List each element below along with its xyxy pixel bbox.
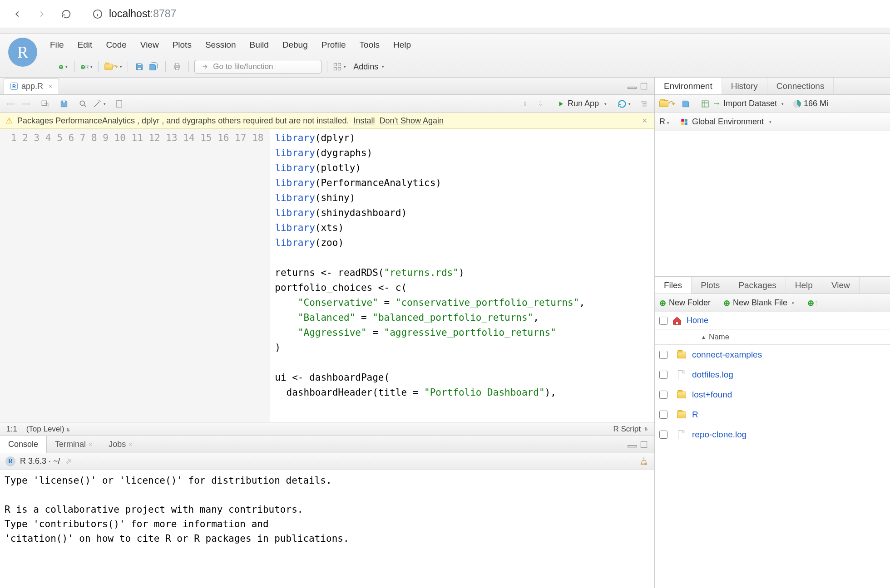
svg-rect-31: [676, 321, 678, 324]
file-checkbox[interactable]: [659, 431, 668, 439]
back-nav-icon[interactable]: ⟸: [5, 98, 16, 110]
address-bar[interactable]: localhost:8787: [84, 5, 879, 23]
find-icon[interactable]: [77, 98, 89, 110]
forward-nav-icon[interactable]: ⟹: [20, 98, 32, 110]
files-tab-plots[interactable]: Plots: [692, 277, 729, 294]
forward-button[interactable]: [35, 8, 48, 20]
menu-plots[interactable]: Plots: [173, 40, 192, 50]
svg-rect-6: [176, 64, 179, 65]
home-icon[interactable]: [672, 316, 682, 326]
menu-tools[interactable]: Tools: [360, 40, 380, 50]
goto-file-input[interactable]: Go to file/function: [194, 60, 321, 74]
dismiss-warning-icon[interactable]: ×: [642, 116, 649, 126]
menu-debug[interactable]: Debug: [282, 40, 308, 50]
close-icon[interactable]: ×: [129, 441, 132, 448]
reload-app-icon[interactable]: ▾: [618, 98, 631, 110]
file-row: repo-clone.log: [655, 425, 890, 445]
close-icon[interactable]: ×: [49, 83, 52, 90]
console-output[interactable]: Type 'license()' or 'licence()' for dist…: [0, 470, 654, 588]
r-logo-small-icon: R: [5, 456, 15, 466]
menu-build[interactable]: Build: [250, 40, 269, 50]
run-app-button[interactable]: Run App ▾: [554, 98, 610, 109]
back-button[interactable]: [11, 8, 24, 20]
scope-label[interactable]: (Top Level)⇅: [26, 425, 70, 434]
file-checkbox[interactable]: [659, 411, 668, 419]
env-scope-selector[interactable]: Global Environment▾: [680, 117, 771, 127]
files-tab-files[interactable]: Files: [655, 277, 692, 294]
console-tab-jobs[interactable]: Jobs×: [100, 436, 140, 453]
path-home[interactable]: Home: [687, 316, 708, 325]
file-name[interactable]: R: [692, 410, 698, 420]
maximize-pane-icon[interactable]: [640, 441, 648, 448]
up-arrow-icon[interactable]: ⇧: [519, 98, 531, 110]
dont-show-link[interactable]: Don't Show Again: [379, 116, 444, 126]
outline-icon[interactable]: [638, 98, 650, 110]
save-button[interactable]: [134, 61, 145, 73]
print-button[interactable]: [171, 61, 183, 73]
memory-usage[interactable]: 166 Mi: [793, 99, 828, 108]
language-selector[interactable]: R▾: [659, 117, 669, 127]
console-tab-console[interactable]: Console: [0, 436, 47, 453]
console-pane: ConsoleTerminal×Jobs× R R 3.6.3 · ~/ ⇗ T…: [0, 436, 654, 588]
env-tab-environment[interactable]: Environment: [655, 78, 722, 94]
file-checkbox[interactable]: [659, 351, 668, 359]
save-all-button[interactable]: [148, 61, 160, 73]
file-name[interactable]: lost+found: [692, 390, 732, 400]
minimize-pane-icon[interactable]: [627, 441, 637, 448]
env-tab-history[interactable]: History: [722, 78, 767, 94]
code-editor[interactable]: 1 2 3 4 5 6 7 8 9 10 11 12 13 14 15 16 1…: [0, 129, 654, 422]
svg-rect-13: [641, 83, 647, 89]
maximize-pane-icon[interactable]: [640, 83, 648, 90]
clear-console-icon[interactable]: [639, 456, 649, 466]
file-name[interactable]: dotfiles.log: [692, 370, 733, 380]
new-blank-file-button[interactable]: ⊕New Blank File▾: [723, 298, 794, 308]
menu-profile[interactable]: Profile: [321, 40, 346, 50]
svg-rect-27: [681, 119, 684, 122]
new-file-button[interactable]: ⊕▾: [57, 61, 69, 73]
packages-warning-bar: ⚠ Packages PerformanceAnalytics , dplyr …: [0, 113, 654, 129]
grid-button[interactable]: ▾: [333, 61, 346, 73]
save-source-button[interactable]: [58, 98, 70, 110]
menu-help[interactable]: Help: [393, 40, 411, 50]
console-tab-terminal[interactable]: Terminal×: [47, 436, 100, 453]
reload-button[interactable]: [60, 8, 73, 20]
browser-toolbar: localhost:8787: [0, 0, 890, 28]
env-tab-connections[interactable]: Connections: [767, 78, 834, 94]
file-checkbox[interactable]: [659, 371, 668, 379]
menu-view[interactable]: View: [140, 40, 159, 50]
select-all-checkbox[interactable]: [659, 317, 668, 325]
close-icon[interactable]: ×: [89, 441, 92, 448]
minimize-pane-icon[interactable]: [627, 83, 637, 90]
show-in-new-icon[interactable]: [39, 98, 51, 110]
site-info-icon[interactable]: [93, 9, 103, 19]
install-link[interactable]: Install: [353, 116, 375, 126]
load-workspace-icon[interactable]: ↷: [659, 98, 675, 110]
menu-file[interactable]: File: [50, 40, 64, 50]
upload-button[interactable]: ⊕↑: [807, 297, 819, 309]
save-workspace-icon[interactable]: [680, 98, 692, 110]
files-tab-packages[interactable]: Packages: [729, 277, 786, 294]
menu-edit[interactable]: Edit: [78, 40, 93, 50]
file-checkbox[interactable]: [659, 391, 668, 399]
file-name[interactable]: repo-clone.log: [692, 430, 747, 440]
chrome-separator: [0, 28, 890, 34]
new-folder-button[interactable]: ⊕New Folder: [659, 298, 711, 308]
source-statusbar: 1:1 (Top Level)⇅ R Script⇅: [0, 422, 654, 436]
files-tab-view[interactable]: View: [822, 277, 860, 294]
file-name[interactable]: connect-examples: [692, 350, 762, 360]
source-tab-app[interactable]: R app.R ×: [4, 78, 59, 94]
menu-session[interactable]: Session: [205, 40, 236, 50]
import-dataset-button[interactable]: → Import Dataset▾: [701, 99, 784, 108]
files-tab-help[interactable]: Help: [786, 277, 822, 294]
wand-icon[interactable]: ▾: [93, 98, 106, 110]
file-type-label[interactable]: R Script⇅: [613, 425, 648, 434]
addins-menu[interactable]: Addins▾: [353, 62, 384, 72]
share-icon[interactable]: ⇗: [65, 456, 72, 466]
open-file-button[interactable]: ↷▾: [104, 61, 122, 73]
menu-code[interactable]: Code: [106, 40, 126, 50]
new-project-button[interactable]: ⊕R▾: [80, 61, 93, 73]
name-column-header[interactable]: ▲Name: [697, 333, 729, 342]
notebook-icon[interactable]: [113, 98, 125, 110]
down-arrow-icon[interactable]: ⇩: [535, 98, 547, 110]
file-icon: [677, 430, 687, 440]
